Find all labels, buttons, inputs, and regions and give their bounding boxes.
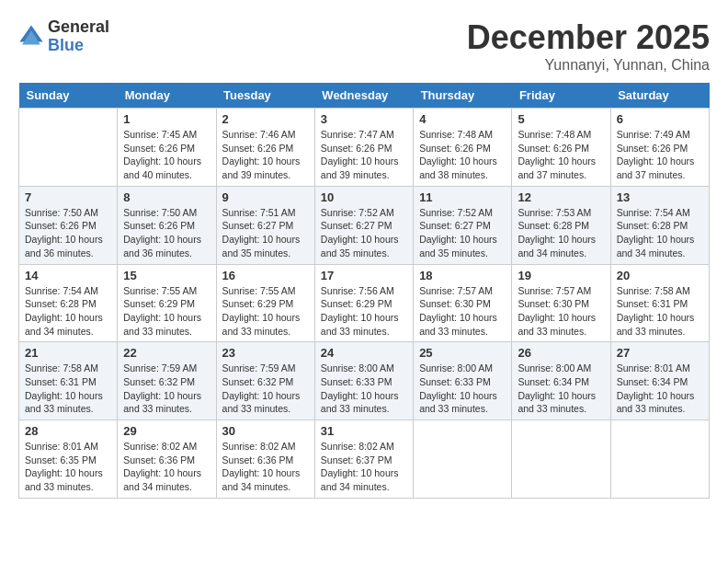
day-number: 30 [222,424,309,438]
header-friday: Friday [512,83,610,109]
day-number: 20 [617,269,703,282]
table-row: 12 Sunrise: 7:53 AMSunset: 6:28 PMDaylig… [512,186,610,264]
calendar-week-row: 14 Sunrise: 7:54 AMSunset: 6:28 PMDaylig… [19,264,710,342]
header-tuesday: Tuesday [216,83,314,109]
day-number: 4 [419,112,506,126]
table-row: 9 Sunrise: 7:51 AMSunset: 6:27 PMDayligh… [216,186,314,264]
day-detail: Sunrise: 7:54 AMSunset: 6:28 PMDaylight:… [617,206,703,260]
day-detail: Sunrise: 7:52 AMSunset: 6:27 PMDaylight:… [419,206,506,260]
table-row: 28 Sunrise: 8:01 AMSunset: 6:35 PMDaylig… [19,420,118,499]
table-row: 1 Sunrise: 7:45 AMSunset: 6:26 PMDayligh… [118,109,216,187]
day-number: 22 [123,346,210,360]
table-row: 26 Sunrise: 8:00 AMSunset: 6:34 PMDaylig… [512,342,610,420]
calendar-table: Sunday Monday Tuesday Wednesday Thursday… [18,83,710,499]
calendar-header-row: Sunday Monday Tuesday Wednesday Thursday… [19,83,710,109]
calendar-week-row: 28 Sunrise: 8:01 AMSunset: 6:35 PMDaylig… [19,420,710,499]
day-detail: Sunrise: 8:01 AMSunset: 6:35 PMDaylight:… [25,440,111,494]
day-number: 11 [419,190,506,204]
logo: General Blue [18,18,109,55]
day-detail: Sunrise: 8:02 AMSunset: 6:37 PMDaylight:… [321,440,407,494]
month-title: December 2025 [467,18,710,57]
table-row: 21 Sunrise: 7:58 AMSunset: 6:31 PMDaylig… [19,342,118,420]
header-wednesday: Wednesday [314,83,413,109]
header-sunday: Sunday [19,83,118,109]
table-row: 17 Sunrise: 7:56 AMSunset: 6:29 PMDaylig… [314,264,413,342]
day-number: 2 [222,112,309,126]
day-detail: Sunrise: 8:02 AMSunset: 6:36 PMDaylight:… [123,440,210,494]
day-number: 12 [518,190,604,204]
table-row: 3 Sunrise: 7:47 AMSunset: 6:26 PMDayligh… [314,109,413,187]
day-number: 21 [25,346,111,360]
table-row: 20 Sunrise: 7:58 AMSunset: 6:31 PMDaylig… [610,264,709,342]
logo-general-text: General [48,18,109,37]
table-row: 13 Sunrise: 7:54 AMSunset: 6:28 PMDaylig… [610,186,709,264]
day-detail: Sunrise: 7:57 AMSunset: 6:30 PMDaylight:… [518,284,604,339]
logo-icon [18,24,44,50]
table-row [414,420,512,499]
logo-text: General Blue [48,18,109,55]
day-number: 5 [518,112,604,126]
day-detail: Sunrise: 8:02 AMSunset: 6:36 PMDaylight:… [222,440,309,494]
table-row: 18 Sunrise: 7:57 AMSunset: 6:30 PMDaylig… [414,264,512,342]
table-row: 31 Sunrise: 8:02 AMSunset: 6:37 PMDaylig… [314,420,413,499]
table-row: 2 Sunrise: 7:46 AMSunset: 6:26 PMDayligh… [216,109,314,187]
day-detail: Sunrise: 7:51 AMSunset: 6:27 PMDaylight:… [222,206,309,260]
day-number: 26 [518,346,604,360]
table-row: 29 Sunrise: 8:02 AMSunset: 6:36 PMDaylig… [118,420,216,499]
day-number: 15 [123,269,210,282]
day-detail: Sunrise: 7:50 AMSunset: 6:26 PMDaylight:… [123,206,210,260]
table-row: 5 Sunrise: 7:48 AMSunset: 6:26 PMDayligh… [512,109,610,187]
day-number: 25 [419,346,506,360]
table-row: 23 Sunrise: 7:59 AMSunset: 6:32 PMDaylig… [216,342,314,420]
table-row: 27 Sunrise: 8:01 AMSunset: 6:34 PMDaylig… [610,342,709,420]
day-detail: Sunrise: 7:59 AMSunset: 6:32 PMDaylight:… [123,362,210,416]
day-detail: Sunrise: 7:53 AMSunset: 6:28 PMDaylight:… [518,206,604,260]
day-detail: Sunrise: 7:48 AMSunset: 6:26 PMDaylight:… [419,128,506,182]
day-detail: Sunrise: 7:49 AMSunset: 6:26 PMDaylight:… [617,128,703,182]
day-detail: Sunrise: 7:55 AMSunset: 6:29 PMDaylight:… [222,284,309,339]
table-row: 6 Sunrise: 7:49 AMSunset: 6:26 PMDayligh… [610,109,709,187]
day-number: 27 [617,346,703,360]
table-row: 11 Sunrise: 7:52 AMSunset: 6:27 PMDaylig… [414,186,512,264]
table-row: 4 Sunrise: 7:48 AMSunset: 6:26 PMDayligh… [414,109,512,187]
day-detail: Sunrise: 7:52 AMSunset: 6:27 PMDaylight:… [321,206,407,260]
day-detail: Sunrise: 7:59 AMSunset: 6:32 PMDaylight:… [222,362,309,416]
header-thursday: Thursday [414,83,512,109]
table-row: 15 Sunrise: 7:55 AMSunset: 6:29 PMDaylig… [118,264,216,342]
day-number: 1 [123,112,210,126]
day-number: 16 [222,269,309,282]
day-number: 8 [123,190,210,204]
day-number: 31 [321,424,407,438]
header-monday: Monday [118,83,216,109]
day-detail: Sunrise: 7:58 AMSunset: 6:31 PMDaylight:… [25,362,111,416]
day-detail: Sunrise: 7:48 AMSunset: 6:26 PMDaylight:… [518,128,604,182]
day-number: 17 [321,269,407,282]
day-number: 19 [518,269,604,282]
table-row: 24 Sunrise: 8:00 AMSunset: 6:33 PMDaylig… [314,342,413,420]
calendar-week-row: 21 Sunrise: 7:58 AMSunset: 6:31 PMDaylig… [19,342,710,420]
table-row: 7 Sunrise: 7:50 AMSunset: 6:26 PMDayligh… [19,186,118,264]
day-detail: Sunrise: 7:47 AMSunset: 6:26 PMDaylight:… [321,128,407,182]
logo-blue-text: Blue [48,37,109,55]
table-row: 19 Sunrise: 7:57 AMSunset: 6:30 PMDaylig… [512,264,610,342]
title-block: December 2025 Yunnanyi, Yunnan, China [467,18,710,74]
day-number: 13 [617,190,703,204]
table-row: 10 Sunrise: 7:52 AMSunset: 6:27 PMDaylig… [314,186,413,264]
day-detail: Sunrise: 7:55 AMSunset: 6:29 PMDaylight:… [123,284,210,339]
day-number: 28 [25,424,111,438]
day-number: 14 [25,269,111,282]
page-header: General Blue December 2025 Yunnanyi, Yun… [18,18,710,74]
table-row: 30 Sunrise: 8:02 AMSunset: 6:36 PMDaylig… [216,420,314,499]
day-detail: Sunrise: 8:01 AMSunset: 6:34 PMDaylight:… [617,362,703,416]
table-row [610,420,709,499]
day-detail: Sunrise: 7:45 AMSunset: 6:26 PMDaylight:… [123,128,210,182]
day-detail: Sunrise: 7:50 AMSunset: 6:26 PMDaylight:… [25,206,111,260]
day-number: 24 [321,346,407,360]
day-number: 18 [419,269,506,282]
day-number: 29 [123,424,210,438]
table-row: 8 Sunrise: 7:50 AMSunset: 6:26 PMDayligh… [118,186,216,264]
day-number: 6 [617,112,703,126]
table-row: 22 Sunrise: 7:59 AMSunset: 6:32 PMDaylig… [118,342,216,420]
day-number: 3 [321,112,407,126]
table-row [19,109,118,187]
